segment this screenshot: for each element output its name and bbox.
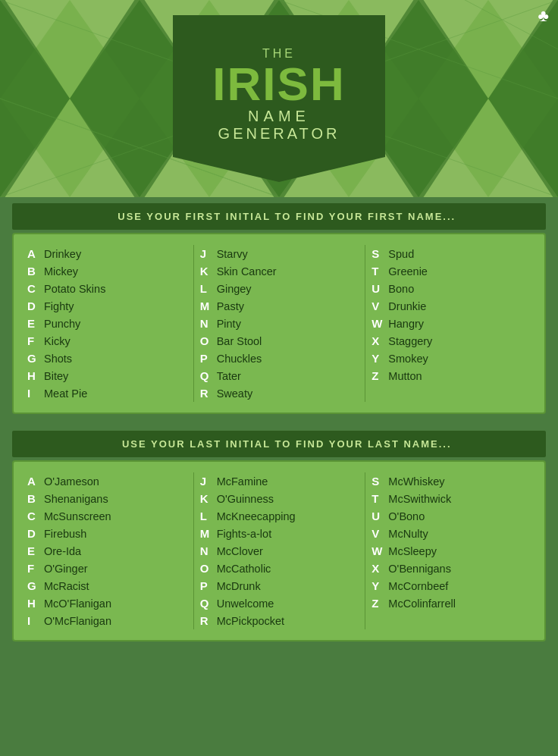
list-item: HBitey <box>27 367 187 384</box>
list-item: NPinty <box>200 315 359 332</box>
section1-title: 1. USE YOUR FIRST INITIAL TO FIND YOUR F… <box>102 211 456 222</box>
name-value: McDrunk <box>217 580 261 592</box>
name-letter: S <box>371 475 388 488</box>
name-value: McPickpocket <box>217 615 284 627</box>
name-value: Staggery <box>388 335 432 347</box>
list-item: TMcSwithwick <box>371 490 531 507</box>
playboy-logo: ♣ <box>538 6 549 26</box>
list-item: WHangry <box>371 315 531 332</box>
name-value: McRacist <box>44 580 89 592</box>
name-letter: T <box>371 492 388 505</box>
name-value: Gingey <box>217 283 252 295</box>
name-letter: G <box>27 352 44 365</box>
list-item: CMcSunscreen <box>27 507 187 525</box>
list-item: TGreenie <box>371 262 531 280</box>
name-letter: U <box>371 282 388 295</box>
list-item: YMcCornbeef <box>371 577 531 594</box>
name-letter: Y <box>371 579 388 592</box>
list-item: BShenanigans <box>27 490 187 507</box>
name-letter: R <box>200 387 217 400</box>
name-letter: B <box>27 265 44 278</box>
list-item: IO'McFlanigan <box>27 612 187 629</box>
name-letter: D <box>27 527 44 540</box>
list-item: ZMutton <box>371 367 531 384</box>
name-value: Hangry <box>388 318 424 330</box>
section2-col3: SMcWhiskeyTMcSwithwickUO'BonoVMcNultyWMc… <box>365 472 537 629</box>
name-value: McKneecapping <box>217 510 296 522</box>
name-value: O'Ginger <box>44 563 88 575</box>
list-item: KSkin Cancer <box>200 262 359 280</box>
list-item: XStaggery <box>371 332 531 350</box>
section2-title: 2. USE YOUR LAST INITIAL TO FIND YOUR LA… <box>106 438 451 450</box>
name-value: McNulty <box>388 528 428 540</box>
name-value: Meat Pie <box>44 387 87 400</box>
name-letter: J <box>200 475 217 488</box>
name-letter: J <box>200 247 217 260</box>
list-item: MFights-a-lot <box>200 525 359 542</box>
header-background: THE IRISH NAME GENERATOR ♣ <box>0 0 558 197</box>
header-irish-text: IRISH <box>212 61 345 108</box>
name-value: Pinty <box>217 318 241 330</box>
section2-content: AO'JamesonBShenanigansCMcSunscreenDFireb… <box>12 460 546 642</box>
list-item: FO'Ginger <box>27 560 187 577</box>
section2-grid: AO'JamesonBShenanigansCMcSunscreenDFireb… <box>21 472 537 629</box>
list-item: WMcSleepy <box>371 542 531 560</box>
name-value: Shenanigans <box>44 493 108 505</box>
list-item: NMcClover <box>200 542 359 560</box>
name-value: McColinfarrell <box>388 598 456 610</box>
name-value: Bitey <box>44 370 68 382</box>
list-item: SSpud <box>371 245 531 262</box>
name-value: Mutton <box>388 370 422 382</box>
section2-header: 2. USE YOUR LAST INITIAL TO FIND YOUR LA… <box>12 431 546 457</box>
name-letter: I <box>27 387 44 400</box>
name-letter: Q <box>200 597 217 610</box>
section1-col1: ADrinkeyBMickeyCPotato SkinsDFightyEPunc… <box>21 245 193 402</box>
list-item: SMcWhiskey <box>371 472 531 490</box>
section2-col2: JMcFamineKO'GuinnessLMcKneecappingMFight… <box>193 472 365 629</box>
section1-col3: SSpudTGreenieUBonoVDrunkieWHangryXStagge… <box>365 245 537 402</box>
list-item: IMeat Pie <box>27 384 187 402</box>
name-value: McCornbeef <box>388 580 448 592</box>
name-value: McO'Flanigan <box>44 598 111 610</box>
name-value: Greenie <box>388 265 428 278</box>
name-value: Skin Cancer <box>217 265 277 278</box>
name-value: Mickey <box>44 265 78 278</box>
list-item: JMcFamine <box>200 472 359 490</box>
list-item: EPunchy <box>27 315 187 332</box>
name-letter: X <box>371 334 388 347</box>
name-value: O'McFlanigan <box>44 615 111 627</box>
name-value: Firebush <box>44 528 86 540</box>
name-letter: P <box>200 579 217 592</box>
list-item: GMcRacist <box>27 577 187 594</box>
name-letter: O <box>200 562 217 575</box>
section1-header: 1. USE YOUR FIRST INITIAL TO FIND YOUR F… <box>12 203 546 230</box>
name-letter: Q <box>200 369 217 382</box>
name-letter: F <box>27 334 44 347</box>
name-value: McWhiskey <box>388 475 444 488</box>
header-banner: THE IRISH NAME GENERATOR <box>173 15 385 182</box>
list-item: UBono <box>371 280 531 297</box>
list-item: EOre-Ida <box>27 542 187 560</box>
name-letter: F <box>27 562 44 575</box>
name-value: O'Bennigans <box>388 563 451 575</box>
name-letter: C <box>27 282 44 295</box>
name-letter: G <box>27 579 44 592</box>
name-value: McCatholic <box>217 563 271 575</box>
name-value: Pasty <box>217 300 244 312</box>
section1-col2: JStarvyKSkin CancerLGingeyMPastyNPintyOB… <box>193 245 365 402</box>
list-item: QTater <box>200 367 359 384</box>
list-item: RMcPickpocket <box>200 612 359 629</box>
main-content: 1. USE YOUR FIRST INITIAL TO FIND YOUR F… <box>0 197 558 657</box>
name-letter: W <box>371 544 388 557</box>
list-item: XO'Bennigans <box>371 560 531 577</box>
name-value: Spud <box>388 248 414 260</box>
name-letter: M <box>200 300 217 312</box>
list-item: OBar Stool <box>200 332 359 350</box>
list-item: OMcCatholic <box>200 560 359 577</box>
name-value: Drunkie <box>388 300 426 312</box>
name-value: Chuckles <box>217 353 262 365</box>
list-item: LMcKneecapping <box>200 507 359 525</box>
name-value: McSwithwick <box>388 493 451 505</box>
name-letter: W <box>371 317 388 330</box>
name-letter: L <box>200 282 217 295</box>
